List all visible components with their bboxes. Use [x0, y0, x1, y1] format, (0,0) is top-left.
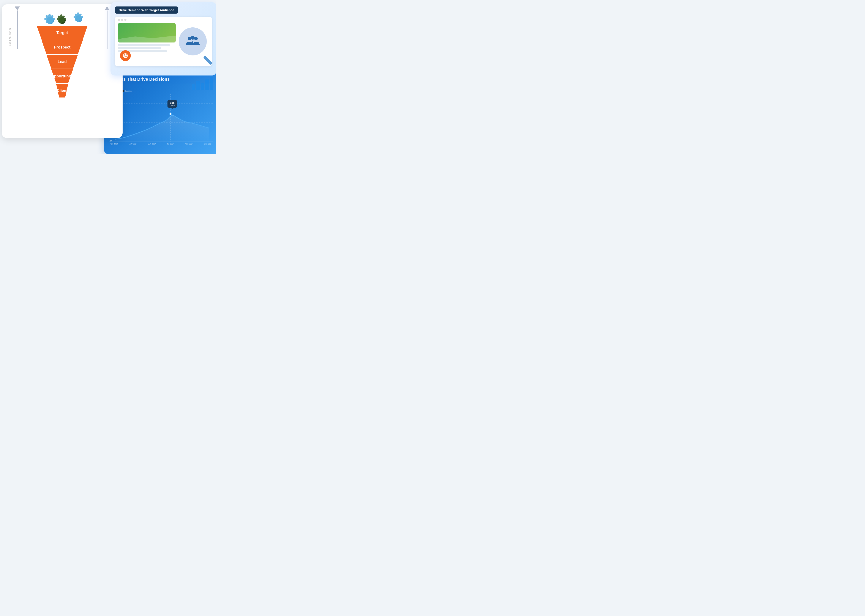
funnel-inner: Lead Nurturing Up-Selling — [17, 11, 107, 132]
funnel-prospect-label: Prospect — [54, 45, 70, 50]
green-chart — [118, 23, 176, 42]
browser-content — [118, 23, 209, 62]
x-label-5: Aug 2024 — [185, 143, 193, 145]
bar-2 — [196, 81, 200, 90]
line-chart-svg: 250 200 150 100 50 — [109, 94, 213, 141]
left-arrow: Lead Nurturing — [15, 6, 20, 67]
svg-text:50: 50 — [110, 140, 112, 141]
x-label-3: Jun 2024 — [148, 143, 156, 145]
orange-action-button[interactable] — [120, 50, 131, 61]
magnify-glass-circle — [179, 27, 207, 55]
bar-chart-mini — [192, 77, 213, 90]
content-line-1 — [118, 44, 170, 46]
funnel-client-label: Client — [57, 88, 68, 93]
funnel-shape: Target Prospect Lead Opportunity Client — [32, 26, 92, 98]
bar-4 — [205, 79, 209, 90]
bar-1 — [192, 84, 195, 90]
tooltip-value: 155 — [170, 101, 175, 104]
line-chart-area: 155 Leads 250 200 150 100 50 — [109, 94, 213, 141]
funnel-level-client: Client — [32, 84, 92, 97]
browser-dot-1 — [118, 19, 120, 21]
blue-gear-right-icon — [70, 10, 88, 28]
dark-gear-center-icon — [54, 12, 71, 29]
x-label-4: Jul 2024 — [167, 143, 174, 145]
demand-badge: Drive Demand With Target Audience — [115, 6, 178, 14]
bar-3 — [201, 83, 204, 90]
funnel-lead-label: Lead — [58, 60, 67, 64]
svg-rect-6 — [186, 44, 200, 45]
content-line-2 — [118, 47, 161, 49]
gears-container — [34, 11, 90, 32]
chart-tooltip: 155 Leads — [167, 100, 177, 108]
arrow-shaft-right — [107, 10, 107, 49]
magnify-handle-icon — [203, 55, 213, 65]
leads-label: Leads — [125, 90, 132, 92]
right-arrow: Up-Selling — [104, 6, 110, 67]
x-label-1: Apr 2024 — [110, 143, 118, 145]
demand-browser — [115, 17, 212, 66]
target-icon — [123, 53, 128, 58]
chart-legend: Traffc Leads — [109, 90, 213, 92]
svg-point-5 — [194, 37, 198, 40]
insights-header: Insights That Drive Decisions — [109, 77, 213, 90]
funnel-level-lead: Lead — [32, 55, 92, 69]
x-axis-labels: Apr 2024 May 2024 Jun 2024 Jul 2024 Aug … — [109, 142, 213, 145]
funnel-opportunity-label: Opportunity — [51, 74, 73, 79]
funnel-card: Lead Nurturing Up-Selling — [2, 4, 123, 138]
browser-right-panel — [179, 23, 209, 62]
svg-point-3 — [188, 37, 191, 40]
svg-point-4 — [191, 36, 195, 40]
svg-point-2 — [125, 55, 126, 56]
legend-leads: Leads — [122, 90, 132, 92]
arrow-shaft — [17, 10, 18, 49]
x-label-2: May 2024 — [129, 143, 137, 145]
funnel-level-opportunity: Opportunity — [32, 69, 92, 83]
browser-dots — [118, 19, 209, 21]
main-scene: Lead Nurturing Up-Selling — [0, 0, 216, 154]
browser-dot-3 — [124, 19, 126, 21]
left-arrow-label: Lead Nurturing — [9, 27, 11, 46]
audience-icon — [185, 36, 200, 47]
bar-5 — [210, 77, 213, 90]
demand-card: Drive Demand With Target Audience — [110, 2, 216, 75]
arrow-head-up-icon — [104, 6, 110, 10]
tooltip-dot-icon — [170, 113, 172, 115]
tooltip-sub: Leads — [170, 104, 175, 107]
funnel-level-prospect: Prospect — [32, 40, 92, 54]
x-label-6: Sep 2024 — [204, 143, 213, 145]
browser-left-panel — [118, 23, 176, 62]
browser-dot-2 — [121, 19, 123, 21]
arrow-head-down-icon — [15, 6, 20, 10]
